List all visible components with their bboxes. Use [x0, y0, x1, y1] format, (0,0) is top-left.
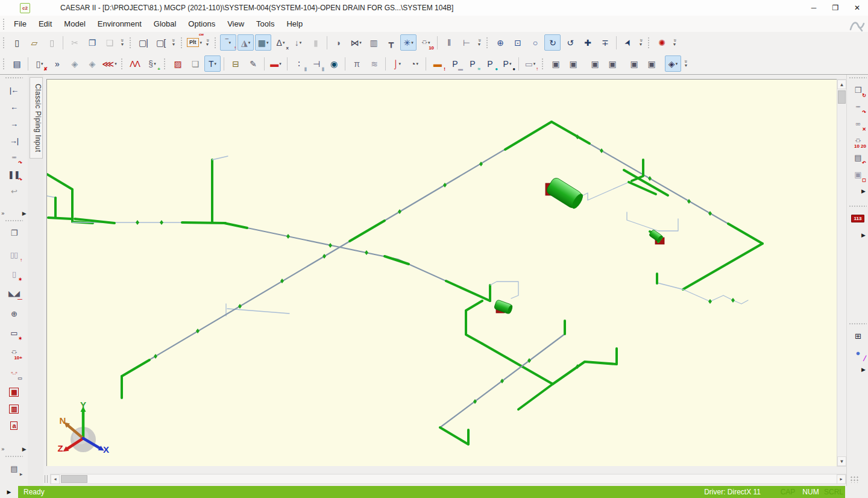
first-element-button[interactable]: |←	[6, 82, 22, 98]
toolbar-grip[interactable]	[163, 58, 166, 70]
node-increment-button[interactable]: -□-10▾	[418, 34, 434, 51]
equipment-vessel[interactable]	[545, 176, 585, 210]
menu-item-view[interactable]: View	[221, 17, 250, 31]
view-back-button[interactable]: ▣	[565, 55, 581, 72]
insulation-thickness-button[interactable]: ▬!	[429, 55, 445, 72]
flyout-arrow[interactable]: ▶	[850, 183, 866, 199]
refresh-plot-button[interactable]: ✺	[653, 34, 670, 51]
view-bottom-button[interactable]: ▣	[604, 55, 620, 72]
bare-pipe-run[interactable]	[224, 223, 490, 301]
save-file-button[interactable]: ▯	[43, 34, 60, 51]
viewport-button[interactable]: ▭✶	[6, 325, 22, 341]
menu-item-global[interactable]: Global	[148, 17, 183, 31]
menu-item-options[interactable]: Options	[182, 17, 221, 31]
single-line-mode-dropdown-icon[interactable]: ▾	[215, 61, 217, 66]
error-check-button[interactable]: ▯✘▾	[31, 55, 48, 72]
bend-button[interactable]: ◗	[330, 34, 347, 51]
toolbar-grip[interactable]	[849, 323, 867, 326]
zoom-button[interactable]: ○	[527, 34, 543, 51]
restraint-dropdown-icon[interactable]: ▾	[248, 40, 251, 45]
flyout-arrow[interactable]: ▶	[850, 362, 866, 377]
cut-button[interactable]: ✂	[66, 34, 83, 51]
toolbar-grip[interactable]	[5, 455, 23, 458]
thin-pipe-run[interactable]	[212, 156, 228, 160]
block-operations-button[interactable]: ▯▯↑	[6, 247, 22, 262]
insulation-density-button[interactable]: P●	[482, 55, 498, 72]
anchor-dropdown-icon[interactable]: ▾	[229, 40, 231, 45]
load-cases-button[interactable]: ⋘▾	[101, 55, 118, 72]
toolbar-grip[interactable]	[849, 77, 867, 80]
translucent-objects-button[interactable]: ❏	[187, 55, 203, 72]
valve-button[interactable]: ⋈▾	[348, 34, 364, 51]
thin-pipe-run[interactable]	[657, 283, 683, 289]
previous-element-button[interactable]: ←	[6, 99, 22, 115]
fluid-density-button[interactable]: P≈	[464, 55, 480, 72]
toolbar-grip[interactable]	[2, 37, 5, 49]
expand-row[interactable]: »▶	[0, 445, 27, 453]
annotations-button[interactable]: ✎	[245, 55, 261, 72]
expand-row[interactable]: »▶	[0, 209, 27, 218]
orbit-button[interactable]: ↻	[544, 34, 561, 51]
force-button[interactable]: ↓▾	[290, 34, 306, 51]
input-list-button[interactable]: ▤	[8, 55, 25, 72]
node-increment-10-button[interactable]: -□-10+	[6, 344, 22, 360]
pipe-pipe-run[interactable]	[385, 256, 409, 264]
last-element-button[interactable]: →|	[6, 133, 22, 148]
pressures-button[interactable]: ◔▾	[406, 55, 423, 72]
batch-run-button[interactable]: »	[49, 55, 65, 72]
pipe-pipe-run[interactable]	[632, 160, 643, 181]
anchor-button[interactable]: ‾↑▾	[220, 34, 236, 51]
thin-pipe-run[interactable]	[683, 289, 748, 304]
toolbar-grip[interactable]	[5, 219, 23, 222]
display-options-dropdown-icon[interactable]: ▾	[266, 40, 269, 45]
close-button[interactable]: ✕	[846, 0, 868, 16]
toolbar-options-chevron[interactable]: »▼	[475, 35, 483, 50]
bare-pipe-run[interactable]	[122, 122, 552, 376]
temperatures-button[interactable]: ⌡▾	[389, 55, 405, 72]
displacements-view-button[interactable]: ≋	[366, 55, 382, 72]
thin-pipe-run[interactable]	[490, 282, 518, 298]
lengths-button[interactable]: ⊣▮	[308, 55, 324, 72]
toolbar-options-chevron[interactable]: »▼	[118, 35, 127, 50]
plumb-bob-b-button[interactable]: ◈	[84, 55, 100, 72]
toolbar-grip[interactable]	[121, 58, 124, 70]
select-group-button[interactable]: ▣◻	[850, 166, 866, 182]
toolbar-grip[interactable]	[5, 77, 23, 80]
open-file-button[interactable]: ▱	[26, 34, 42, 51]
flange-button[interactable]: ▮	[307, 34, 324, 51]
paint-tool-button[interactable]: ●╱	[850, 345, 866, 361]
insulation-dropdown-icon[interactable]: ▾	[279, 61, 281, 66]
thin-pipe-run[interactable]	[227, 309, 289, 314]
insert-element-after-button[interactable]: ▢[	[153, 34, 169, 51]
pipe-pipe-run[interactable]	[224, 223, 247, 228]
pipe-pipe-run[interactable]	[552, 122, 590, 143]
error-check-dropdown-icon[interactable]: ▾	[41, 61, 43, 66]
expansion-joint-modeler-button[interactable]: ▦	[6, 384, 22, 400]
pipe-pipe-run[interactable]	[47, 174, 93, 223]
toolbar-grip[interactable]	[180, 37, 183, 49]
status-corner-arrow[interactable]: ▶	[0, 486, 18, 498]
load-cases-dropdown-icon[interactable]: ▾	[115, 61, 117, 66]
menu-grip[interactable]	[2, 18, 5, 30]
plumb-bob-a-button[interactable]: ◈	[66, 55, 83, 72]
pipe-pipe-run[interactable]	[553, 348, 617, 384]
pipe-density-button[interactable]: P▬	[447, 55, 463, 72]
toolbar-options-chevron[interactable]: »▼	[169, 35, 178, 50]
pressures-dropdown-icon[interactable]: ▾	[416, 61, 418, 66]
node-numbers-button[interactable]: ∶▮	[291, 55, 307, 72]
toolbar-options-chevron[interactable]: »▼	[682, 56, 690, 71]
delete-block-button[interactable]: ▯✶	[6, 266, 22, 282]
menu-item-edit[interactable]: Edit	[33, 17, 58, 31]
next-element-button[interactable]: →	[6, 116, 22, 131]
restraint-button[interactable]: ◮▾	[237, 34, 254, 51]
view-front-button[interactable]: ▣	[547, 55, 564, 72]
toolbar-options-chevron[interactable]: »▼	[670, 35, 679, 50]
minimize-button[interactable]: ─	[803, 0, 825, 16]
valve-flange-button[interactable]: ⊢	[458, 34, 474, 51]
valve-dropdown-icon[interactable]: ▾	[359, 40, 362, 45]
global-coordinates-button[interactable]: ⊕	[6, 306, 22, 321]
pipe-pipe-run[interactable]	[182, 222, 225, 223]
render-mode-button[interactable]: ▨	[169, 55, 186, 72]
vertical-scroll-thumb[interactable]	[838, 90, 846, 104]
insert-element-before-button[interactable]: ▢|	[135, 34, 151, 51]
